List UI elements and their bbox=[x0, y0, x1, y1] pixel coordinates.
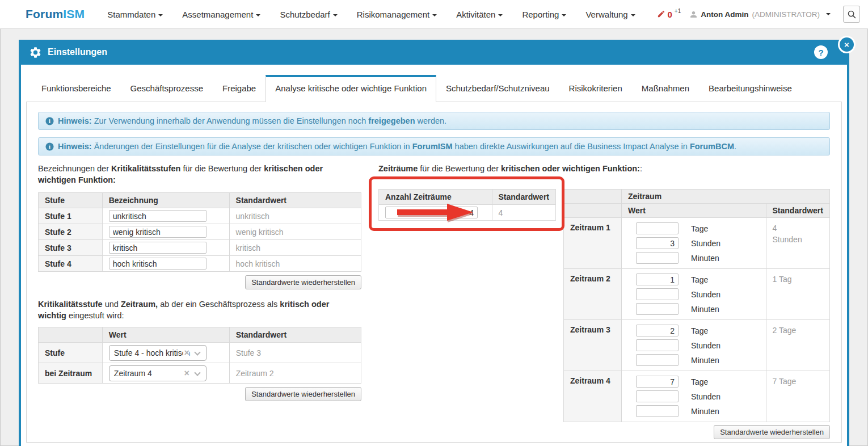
table-row: Zeitraum 1 Tage Stunden Minuten 4 Stunde… bbox=[564, 218, 830, 269]
unit-label-stunden: Stunden bbox=[691, 290, 720, 299]
edit-counter[interactable]: 0 +1 bbox=[657, 10, 681, 19]
table-row: Stufe 1 unkritisch bbox=[39, 208, 361, 224]
zeitraeume-section: Zeiträume für die Bewertung der kritisch… bbox=[378, 163, 830, 439]
row-label: Zeitraum 3 bbox=[564, 320, 622, 371]
stufe4-bezeichnung-input[interactable] bbox=[109, 258, 207, 270]
tab-geschaeftsprozesse[interactable]: Geschäftsprozesse bbox=[121, 75, 213, 102]
zeitraum3-stunden-input[interactable] bbox=[636, 339, 679, 351]
zeitraum4-minuten-input[interactable] bbox=[636, 405, 679, 417]
col-header-bezeichnung: Bezeichnung bbox=[102, 193, 229, 208]
alert-text: Hinweis: Änderungen der Einstellungen fü… bbox=[58, 142, 736, 151]
caret-down-icon bbox=[562, 14, 566, 16]
tab-bearbeitungshinweise[interactable]: Bearbeitungshinweise bbox=[699, 75, 802, 102]
menu-risikomanagement[interactable]: Risikomanagement bbox=[357, 10, 437, 19]
anzahl-zeitraeume-zone: Anzahl Zeiträume Standardwert 4 bbox=[378, 189, 556, 221]
col-header-anzahl-zeitraeume: Anzahl Zeiträume bbox=[379, 190, 492, 205]
zeitraum-table: Zeitraum Wert Standardwert Zeitraum 1 bbox=[563, 189, 830, 422]
zeitraum1-minuten-input[interactable] bbox=[636, 252, 679, 264]
zeitraum2-minuten-input[interactable] bbox=[636, 303, 679, 315]
zeitraum2-tage-input[interactable] bbox=[636, 274, 679, 285]
heading-zeitraeume: Zeiträume für die Bewertung der kritisch… bbox=[378, 163, 830, 174]
zeitraum4-tage-input[interactable] bbox=[636, 376, 679, 388]
default-value: kritisch bbox=[229, 240, 361, 256]
tab-funktionsbereiche[interactable]: Funktionsbereiche bbox=[32, 75, 121, 102]
default-value: wenig kritisch bbox=[229, 224, 361, 240]
table-row: Zeitraum 2 Tage Stunden Minuten 1 Tag bbox=[564, 269, 830, 320]
user-name: Anton Admin bbox=[701, 10, 748, 19]
kritikalitaetsstufen-table: Stufe Bezeichnung Standardwert Stufe 1 u… bbox=[38, 192, 361, 272]
unit-label-tage: Tage bbox=[691, 326, 708, 335]
zeitraum1-stunden-input[interactable] bbox=[636, 237, 679, 249]
stufe2-bezeichnung-input[interactable] bbox=[109, 226, 207, 238]
restore-defaults-button[interactable]: Standardwerte wiederherstellen bbox=[245, 275, 361, 289]
logo-text-forum: Forum bbox=[26, 7, 63, 20]
app-logo[interactable]: ForumISM bbox=[26, 7, 85, 21]
tab-risikokriterien[interactable]: Risikokriterien bbox=[559, 75, 632, 102]
restore-defaults-button[interactable]: Standardwerte wiederherstellen bbox=[245, 387, 361, 401]
zeitraum3-tage-input[interactable] bbox=[636, 325, 679, 336]
tab-schutzbedarf-schutzniveau[interactable]: Schutzbedarf/Schutzniveau bbox=[436, 75, 559, 102]
table-row: Zeitraum 4 Tage Stunden Minuten 7 Tage bbox=[564, 371, 830, 422]
chevron-down-icon[interactable] bbox=[194, 369, 200, 376]
table-row: 4 bbox=[379, 205, 556, 221]
stufe-select[interactable]: Stufe 4 - hoch kritisch × bbox=[109, 345, 207, 361]
menu-assetmanagement[interactable]: Assetmanagement bbox=[182, 10, 260, 19]
zeitraum2-stunden-input[interactable] bbox=[636, 288, 679, 300]
zeitraum1-tage-input[interactable] bbox=[636, 222, 679, 234]
svg-text:i: i bbox=[49, 118, 50, 124]
heading-einstufung: Kritikalitätsstufe und Zeitraum, ab der … bbox=[38, 298, 356, 321]
menu-reporting[interactable]: Reporting bbox=[522, 10, 566, 19]
clear-x-icon[interactable]: × bbox=[183, 368, 189, 378]
row-label: Stufe 2 bbox=[39, 224, 103, 240]
col-header-wert: Wert bbox=[102, 327, 229, 343]
menu-aktivitaeten[interactable]: Aktivitäten bbox=[456, 10, 503, 19]
close-icon[interactable]: × bbox=[838, 36, 856, 53]
zeitraum4-stunden-input[interactable] bbox=[636, 390, 679, 402]
alert-text: Hinweis: Zur Verwendung innerhalb der An… bbox=[58, 116, 446, 125]
user-menu[interactable]: Anton Admin (ADMINISTRATOR) bbox=[690, 10, 831, 19]
zeitraum3-minuten-input[interactable] bbox=[636, 354, 679, 366]
search-button[interactable] bbox=[843, 6, 860, 23]
top-navbar: ForumISM Stammdaten Assetmanagement Schu… bbox=[0, 0, 868, 29]
table-header-row: Wert Standardwert bbox=[39, 327, 361, 343]
clear-x-icon[interactable]: × bbox=[183, 348, 189, 358]
col-header-stufe: Stufe bbox=[39, 193, 103, 208]
settings-dialog: Einstellungen ? × Funktionsbereiche Gesc… bbox=[19, 40, 849, 446]
unit-label-minuten: Minuten bbox=[691, 407, 719, 416]
help-button[interactable]: ? bbox=[814, 45, 828, 59]
anzahl-zeitraeume-input[interactable] bbox=[385, 207, 478, 218]
table-row: bei Zeitraum Zeitraum 4 × Zeitraum 2 bbox=[39, 363, 361, 384]
unit-label-minuten: Minuten bbox=[691, 305, 719, 314]
kritikalitaet-section: Bezeichnungen der Kritikalitätsstufen fü… bbox=[38, 163, 361, 439]
svg-text:i: i bbox=[49, 144, 50, 150]
edit-count: 0 bbox=[668, 10, 672, 19]
caret-down-icon bbox=[333, 14, 338, 16]
table-header-row: Zeitraum bbox=[564, 190, 830, 204]
stufe3-bezeichnung-input[interactable] bbox=[109, 242, 207, 254]
stufe1-bezeichnung-input[interactable] bbox=[109, 210, 207, 222]
tab-freigabe[interactable]: Freigabe bbox=[213, 75, 266, 102]
default-value: 2 Tage bbox=[766, 320, 829, 371]
table-row: Stufe 4 hoch kritisch bbox=[39, 256, 361, 272]
unit-label-tage: Tage bbox=[691, 275, 708, 284]
chevron-down-icon[interactable] bbox=[194, 349, 200, 355]
default-value: Stufe 3 bbox=[229, 343, 361, 363]
restore-defaults-button[interactable]: Standardwerte wiederherstellen bbox=[714, 425, 830, 439]
zeitraum-select[interactable]: Zeitraum 4 × bbox=[109, 365, 207, 381]
col-header-zeitraum: Zeitraum bbox=[621, 190, 829, 204]
col-header-standardwert: Standardwert bbox=[492, 190, 555, 205]
menu-stammdaten[interactable]: Stammdaten bbox=[107, 10, 163, 19]
dialog-title: Einstellungen bbox=[48, 47, 107, 57]
row-label: Zeitraum 2 bbox=[564, 269, 622, 320]
tab-massnahmen[interactable]: Maßnahmen bbox=[632, 75, 699, 102]
menu-schutzbedarf[interactable]: Schutzbedarf bbox=[280, 10, 337, 19]
menu-verwaltung[interactable]: Verwaltung bbox=[585, 10, 635, 19]
col-header-empty bbox=[564, 190, 622, 204]
caret-down-icon bbox=[826, 13, 831, 15]
default-value: 4 bbox=[492, 205, 555, 221]
tab-panel: i Hinweis: Zur Verwendung innerhalb der … bbox=[26, 102, 842, 443]
row-label: Stufe 1 bbox=[39, 208, 103, 224]
tab-analyse-kritische-funktion[interactable]: Analyse kritische oder wichtige Funktion bbox=[266, 75, 436, 102]
col-header-standardwert: Standardwert bbox=[229, 327, 361, 343]
table-header-row: Stufe Bezeichnung Standardwert bbox=[39, 193, 361, 208]
